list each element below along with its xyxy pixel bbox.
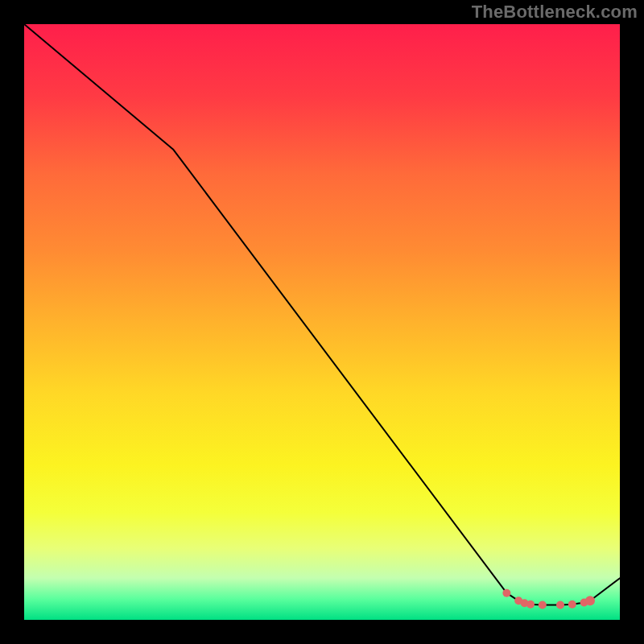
highlight-dot bbox=[556, 601, 564, 609]
plot-area bbox=[24, 24, 620, 620]
chart-container: TheBottleneck.com bbox=[0, 0, 644, 644]
watermark-label: TheBottleneck.com bbox=[472, 2, 638, 23]
highlight-dot bbox=[502, 589, 510, 597]
highlight-dot bbox=[539, 601, 547, 609]
highlight-dot bbox=[526, 601, 535, 609]
highlight-dot bbox=[585, 596, 595, 605]
plot-svg bbox=[24, 24, 620, 620]
highlight-dot bbox=[568, 601, 576, 609]
gradient-background bbox=[24, 24, 620, 620]
